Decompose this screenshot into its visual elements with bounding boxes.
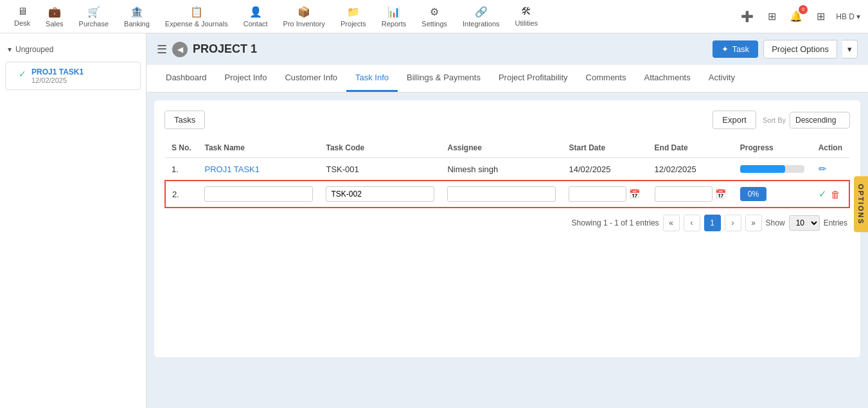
toolbar-right: Export Sort By Descending Ascending <box>713 111 850 129</box>
tab-billings[interactable]: Billings & Payments <box>398 65 490 92</box>
show-label: Show <box>766 218 785 227</box>
top-navigation: 🖥 Desk 💼 Sales 🛒 Purchase 🏦 Banking 📋 Ex… <box>0 0 868 33</box>
nav-expense-label: Expense & Journals <box>165 20 228 28</box>
sidebar-group-ungrouped[interactable]: ▾ Ungrouped <box>5 41 141 58</box>
progress-button[interactable]: 0% <box>740 187 766 201</box>
check-icon: ✓ <box>19 69 26 79</box>
banking-icon: 🏦 <box>130 6 143 18</box>
action-icons: ✓ 🗑 <box>819 188 842 200</box>
page-number-1[interactable]: 1 <box>704 215 721 231</box>
nav-settings[interactable]: ⚙ Settings <box>415 2 454 31</box>
table-row: 1. PROJ1 TASK1 TSK-001 Nimesh singh 14/0… <box>165 158 849 181</box>
nav-reports-label: Reports <box>382 20 407 28</box>
tab-project-profitability[interactable]: Project Profitability <box>490 65 577 92</box>
row2-start-date-cell: 📅 <box>562 181 648 208</box>
sidebar-task-item[interactable]: ✓ PROJ1 TASK1 12/02/2025 <box>5 62 141 90</box>
col-end-date: End Date <box>648 138 734 158</box>
sidebar-task-date: 12/02/2025 <box>31 76 84 84</box>
assignee-input[interactable] <box>447 186 556 202</box>
task-button[interactable]: ✦ Task <box>713 40 758 58</box>
col-progress: Progress <box>734 138 812 158</box>
col-sno: S No. <box>165 138 198 158</box>
save-icon[interactable]: ✓ <box>819 188 827 200</box>
nav-projects[interactable]: 📁 Projects <box>334 2 373 31</box>
user-chevron-icon: ▾ <box>856 12 860 21</box>
nav-items: 🖥 Desk 💼 Sales 🛒 Purchase 🏦 Banking 📋 Ex… <box>8 2 544 31</box>
start-date-calendar-icon[interactable]: 📅 <box>629 189 640 199</box>
tab-bar: Dashboard Project Info Customer Info Tas… <box>146 65 868 93</box>
page-next-button[interactable]: › <box>725 215 741 231</box>
settings-icon: ⚙ <box>430 6 439 18</box>
purchase-icon: 🛒 <box>87 6 100 18</box>
nav-contact-label: Contact <box>244 20 268 28</box>
table-header: S No. Task Name Task Code Assignee Start… <box>165 138 849 158</box>
tab-task-info[interactable]: Task Info <box>346 65 398 92</box>
row1-task-code: TSK-001 <box>319 158 441 181</box>
back-button[interactable]: ◀ <box>172 42 188 57</box>
project-options-button[interactable]: Project Options <box>763 40 837 58</box>
nav-utilities[interactable]: 🛠 Utilities <box>509 2 544 31</box>
row2-assignee-cell <box>441 181 562 208</box>
page-first-button[interactable]: « <box>663 215 680 231</box>
task-name-input[interactable] <box>204 186 313 202</box>
tab-project-info[interactable]: Project Info <box>216 65 276 92</box>
sort-label: Sort By <box>763 116 786 124</box>
row1-task-name: PROJ1 TASK1 <box>198 158 319 181</box>
chevron-down-icon: ▾ <box>8 45 12 54</box>
nav-banking[interactable]: 🏦 Banking <box>118 2 156 31</box>
tab-comments[interactable]: Comments <box>577 65 635 92</box>
nav-reports[interactable]: 📊 Reports <box>375 2 413 31</box>
task-code-input[interactable] <box>326 186 434 202</box>
task-button-label: Task <box>732 44 749 54</box>
nav-inventory[interactable]: 📦 Pro Inventory <box>277 2 332 31</box>
nav-sales[interactable]: 💼 Sales <box>39 2 70 31</box>
hamburger-icon[interactable]: ☰ <box>157 42 167 57</box>
row1-end-date: 12/02/2025 <box>648 158 734 181</box>
user-menu[interactable]: HB D ▾ <box>836 12 860 21</box>
notification-count: 0 <box>799 5 808 14</box>
content-area: ☰ ◀ PROJECT 1 ✦ Task Project Options ▾ D… <box>146 33 868 408</box>
new-task-row: 2. 📅 <box>165 181 849 208</box>
add-button[interactable]: ➕ <box>738 8 756 26</box>
task-table: S No. Task Name Task Code Assignee Start… <box>164 138 850 208</box>
nav-expense[interactable]: 📋 Expense & Journals <box>159 2 235 31</box>
tasks-button[interactable]: Tasks <box>164 111 205 129</box>
delete-icon[interactable]: 🗑 <box>831 189 840 200</box>
notification-button[interactable]: 🔔 0 <box>787 8 805 26</box>
nav-contact[interactable]: 👤 Contact <box>237 2 274 31</box>
entries-label: Entries <box>824 218 847 227</box>
reports-icon: 📊 <box>387 6 400 18</box>
expense-icon: 📋 <box>190 6 203 18</box>
col-task-name: Task Name <box>198 138 319 158</box>
grid-button[interactable]: ⊞ <box>811 8 829 26</box>
nav-integrations[interactable]: 🔗 Integrations <box>456 2 506 31</box>
start-date-input[interactable] <box>569 186 626 202</box>
tab-dashboard[interactable]: Dashboard <box>157 65 216 92</box>
page-prev-button[interactable]: ‹ <box>684 215 700 231</box>
col-action: Action <box>812 138 849 158</box>
row2-action-cell: ✓ 🗑 <box>812 181 849 208</box>
options-tab[interactable]: OPTIONS <box>854 176 868 233</box>
nav-desk[interactable]: 🖥 Desk <box>8 2 37 31</box>
task-link[interactable]: PROJ1 TASK1 <box>204 164 260 174</box>
export-button[interactable]: Export <box>713 111 756 129</box>
tab-activity[interactable]: Activity <box>700 65 744 92</box>
row1-progress <box>734 158 812 181</box>
sort-select[interactable]: Descending Ascending <box>790 112 850 129</box>
nav-purchase[interactable]: 🛒 Purchase <box>73 2 115 31</box>
col-start-date: Start Date <box>562 138 648 158</box>
layout-button[interactable]: ⊞ <box>763 8 781 26</box>
nav-banking-label: Banking <box>124 20 150 28</box>
entries-per-page-select[interactable]: 10 25 50 <box>789 215 820 231</box>
tab-attachments[interactable]: Attachments <box>635 65 699 92</box>
nav-integrations-label: Integrations <box>463 20 499 28</box>
nav-purchase-label: Purchase <box>79 20 109 28</box>
page-last-button[interactable]: » <box>745 215 762 231</box>
project-options-arrow[interactable]: ▾ <box>842 40 858 58</box>
tab-customer-info[interactable]: Customer Info <box>276 65 346 92</box>
edit-icon[interactable]: ✏ <box>819 163 827 174</box>
end-date-calendar-icon[interactable]: 📅 <box>715 189 726 199</box>
end-date-input[interactable] <box>655 186 713 202</box>
nav-right: ➕ ⊞ 🔔 0 ⊞ HB D ▾ <box>738 8 860 26</box>
row1-action: ✏ <box>812 158 849 181</box>
